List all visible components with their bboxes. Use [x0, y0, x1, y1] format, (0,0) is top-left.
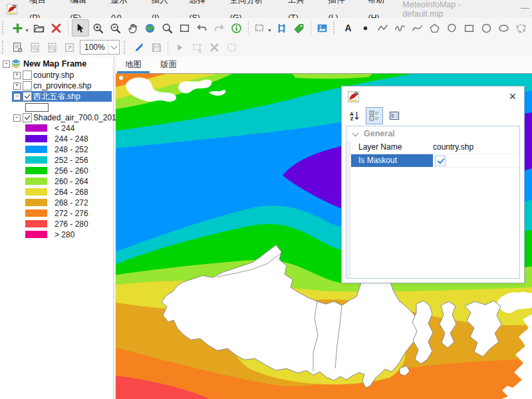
toolbar-separator [311, 21, 311, 35]
select-feature-icon[interactable] [252, 20, 268, 36]
identify-icon[interactable] [229, 20, 245, 36]
map-frame-label: New Map Frame [23, 59, 86, 69]
legend-label: 276 - 280 [55, 219, 88, 229]
save-icon[interactable] [148, 39, 164, 55]
play-icon[interactable] [172, 39, 188, 55]
property-row-layer-name[interactable]: Layer Name country.shp [346, 141, 519, 154]
menu-bar: 项目(P)编辑(E)显示(V)插入(I)选择(S)空间分析(G)工具(T)插件(… [0, 0, 532, 18]
app-logo-icon [7, 4, 17, 15]
legend-swatch [25, 220, 47, 227]
tree-root-map-frame[interactable]: −New Map Frame [0, 59, 113, 70]
legend-label: 260 - 264 [55, 176, 88, 187]
label-icon[interactable] [291, 20, 307, 36]
layer-name[interactable]: cn_province.shp [33, 80, 91, 91]
layer-name[interactable]: 西北五省.shp [33, 91, 80, 102]
undo-icon[interactable] [194, 20, 210, 36]
zoom-out-icon[interactable] [108, 20, 124, 36]
draw-freehand-icon[interactable] [392, 20, 408, 36]
zoom-in-icon[interactable] [90, 20, 106, 36]
minimize-button[interactable]: — [521, 3, 529, 13]
draw-closed-curve-icon[interactable] [444, 20, 460, 36]
layer-visibility-checkbox[interactable] [23, 81, 32, 90]
insert-image-icon[interactable] [315, 20, 331, 36]
collapse-icon[interactable]: − [3, 61, 10, 68]
layer-row-2[interactable]: −西北五省.shp [0, 91, 113, 102]
delete-icon[interactable] [206, 39, 222, 55]
legend-label: 264 - 268 [55, 187, 88, 198]
draw-polyline-icon[interactable] [375, 20, 391, 36]
edit-pencil-icon[interactable] [131, 39, 147, 55]
property-row-is-maskout[interactable]: Is Maskout [346, 154, 519, 168]
draw-text-icon[interactable]: A [340, 20, 356, 36]
pan-icon[interactable] [125, 20, 141, 36]
legend-item-9: 276 - 280 [0, 219, 113, 229]
legend-item-7: 268 - 272 [0, 198, 113, 208]
legend-label: 268 - 272 [55, 198, 88, 208]
draw-circle-icon[interactable] [479, 20, 495, 36]
draw-polygon-icon[interactable] [427, 20, 443, 36]
sort-categorized-icon[interactable] [366, 107, 383, 124]
zoom-to-layer-icon[interactable] [160, 20, 176, 36]
draw-curve-icon[interactable] [410, 20, 426, 36]
layer-name[interactable]: country.shp [33, 70, 74, 80]
toolbar-grip [333, 21, 338, 35]
add-layer-icon[interactable] [9, 20, 25, 36]
selected-row-highlight: Is Maskout [351, 154, 433, 167]
combo-dropdown-button[interactable] [108, 41, 119, 54]
layer-properties-dialog[interactable]: × AZ General Layer Name country.shp Is M… [341, 86, 525, 283]
meteoinfo-logo-icon [348, 91, 359, 102]
edit-vertices-icon[interactable] [189, 39, 205, 55]
open-file-icon[interactable] [31, 20, 47, 36]
toolbar-grip [124, 41, 128, 54]
property-value[interactable]: country.shp [433, 141, 473, 154]
tab-map[interactable]: 地图 [116, 57, 151, 73]
layer-visibility-checkbox[interactable] [23, 113, 32, 122]
is-maskout-checkbox[interactable] [435, 156, 446, 166]
propertygrid-toolbar: AZ [346, 107, 406, 124]
legend-label: 244 - 248 [55, 134, 88, 144]
layer-fill-swatch-row [0, 102, 113, 112]
select-lasso-icon[interactable] [223, 39, 239, 55]
page-zoom-in-icon[interactable] [27, 39, 43, 55]
property-pages-icon[interactable] [386, 107, 403, 124]
legend-swatch [25, 188, 47, 196]
layer-visibility-checkbox[interactable] [23, 70, 32, 80]
collapse-icon[interactable]: − [13, 114, 21, 122]
tab-layout[interactable]: 版面 [151, 57, 186, 73]
expand-icon[interactable]: + [13, 82, 21, 90]
legend-swatch [25, 135, 47, 142]
layer-visibility-checkbox[interactable] [23, 92, 32, 101]
dropdown-caret-icon[interactable]: ▼ [25, 28, 29, 33]
select-icon[interactable] [72, 19, 89, 37]
sort-alphabetical-icon[interactable]: AZ [346, 107, 363, 124]
layer-row-1[interactable]: +cn_province.shp [0, 80, 113, 91]
legend-item-0: < 244 [0, 123, 113, 134]
masked-lake [119, 76, 123, 80]
page-setup-icon[interactable] [9, 39, 25, 55]
dialog-title-bar[interactable]: × [342, 86, 524, 106]
draw-point-icon[interactable] [358, 20, 374, 36]
measure-icon[interactable] [274, 20, 290, 36]
legend-swatch [25, 156, 47, 164]
expand-icon[interactable]: + [13, 72, 21, 79]
toolbar-grip [2, 21, 7, 35]
remove-layer-icon[interactable] [49, 20, 65, 36]
draw-rectangle-icon[interactable] [462, 20, 477, 36]
collapse-icon[interactable]: − [13, 93, 21, 100]
zoom-level-combo[interactable]: 100% [80, 40, 120, 55]
layer-name[interactable]: Shaded_air_700.0_2016 [33, 112, 120, 123]
full-extent-icon[interactable] [142, 20, 158, 36]
draw-ellipse-icon[interactable] [496, 20, 512, 36]
polygon-select-icon[interactable] [513, 20, 529, 36]
dropdown-caret-icon[interactable]: ▼ [267, 28, 272, 33]
zoom-window-icon[interactable] [177, 20, 193, 36]
layer-row-0[interactable]: +country.shp [0, 70, 113, 80]
fit-page-icon[interactable] [61, 39, 77, 55]
legend-swatch [25, 209, 47, 217]
page-zoom-out-icon[interactable] [44, 39, 60, 55]
category-row-general[interactable]: General [346, 126, 519, 141]
redo-icon[interactable] [211, 20, 227, 36]
layer-row-3[interactable]: −Shaded_air_700.0_2016 [0, 112, 113, 123]
check-icon [437, 156, 444, 164]
close-icon[interactable]: × [509, 88, 516, 104]
